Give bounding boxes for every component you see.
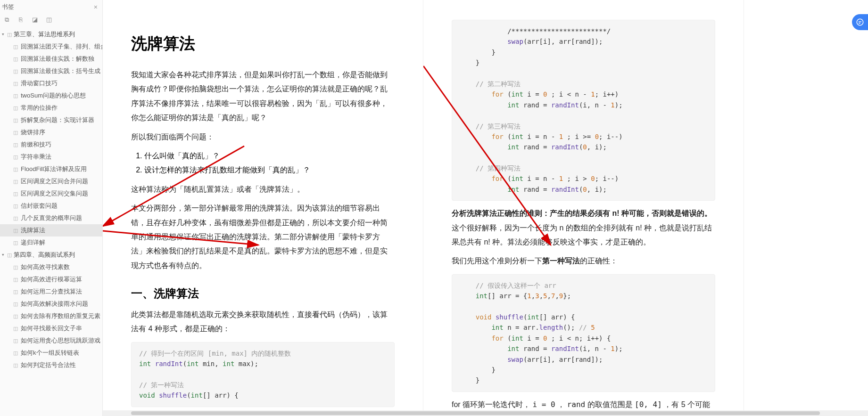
toc-item[interactable]: ◫字符串乘法 xyxy=(0,151,102,163)
toc-item[interactable]: ◫如何判定括号合法性 xyxy=(0,359,102,371)
code-block: // 得到一个在闭区间 [min, max] 内的随机整数 int randIn… xyxy=(131,342,395,407)
toc-item[interactable]: ◫常用的位操作 xyxy=(0,102,102,114)
paragraph: 本文分两部分，第一部分详解最常用的洗牌算法。因为该算法的细节容易出错，且存在好几… xyxy=(131,201,395,273)
toc-item[interactable]: ◫如何去除有序数组的重复元素 xyxy=(0,310,102,322)
toc-item[interactable]: ◫滑动窗口技巧 xyxy=(0,77,102,90)
toc-item[interactable]: ◫如何运用贪心思想玩跳跃游戏 xyxy=(0,334,102,347)
page-left: 洗牌算法 我知道大家会各种花式排序算法，但是如果叫你打乱一个数组，你是否能做到胸… xyxy=(103,0,423,416)
toc-section-header[interactable]: ◫第三章、算法思维系列 xyxy=(0,28,102,41)
toc-item[interactable]: ◫如何高效解决接雨水问题 xyxy=(0,298,102,310)
toc-item[interactable]: ◫回溯算法最佳实践：解数独 xyxy=(0,53,102,65)
toc-item[interactable]: ◫回溯算法最佳实践：括号生成 xyxy=(0,65,102,77)
code-block: // 假设传入这样一个 arr int[] arr = {1,3,5,7,9};… xyxy=(452,274,715,392)
toc-item[interactable]: ◫FloodFill算法详解及应用 xyxy=(0,163,102,175)
assistant-float-button[interactable] xyxy=(852,14,868,30)
paragraph: 我们先用这个准则分析一下第一种写法的正确性： xyxy=(452,254,715,268)
toc-item[interactable]: ◫如何运用二分查找算法 xyxy=(0,285,102,298)
toc-item[interactable]: ◫如何高效寻找素数 xyxy=(0,261,102,273)
toc-item[interactable]: ◫递归详解 xyxy=(0,237,102,249)
toc-item[interactable]: ◫洗牌算法 xyxy=(0,224,102,237)
table-of-contents: ◫第三章、算法思维系列◫回溯算法团灭子集、排列、组合问题◫回溯算法最佳实践：解数… xyxy=(0,28,102,416)
list-item: 什么叫做「真的乱」？ xyxy=(144,149,395,163)
toc-item[interactable]: ◫拆解复杂问题：实现计算器 xyxy=(0,114,102,126)
toc-item[interactable]: ◫前缀和技巧 xyxy=(0,139,102,151)
sidebar-toolbar: ⧉ ⎘ ◪ ◫ xyxy=(0,12,102,28)
ordered-list: 什么叫做「真的乱」？ 设计怎样的算法来打乱数组才能做到「真的乱」？ xyxy=(144,149,395,178)
paragraph: 分析洗牌算法正确性的准则：产生的结果必须有 n! 种可能，否则就是错误的。这个很… xyxy=(452,206,715,249)
toc-item[interactable]: ◫区间调度之区间交集问题 xyxy=(0,188,102,200)
article-title: 洗牌算法 xyxy=(131,33,395,55)
page-right: /************************/ swap(arr[i], … xyxy=(423,0,744,416)
toc-item[interactable]: ◫如何寻找最长回文子串 xyxy=(0,322,102,334)
tool-icon-1[interactable]: ⧉ xyxy=(3,16,10,24)
sidebar-title: 书签 xyxy=(2,3,14,11)
toc-item[interactable]: ◫区间调度之区间合并问题 xyxy=(0,175,102,188)
code-block: /************************/ swap(arr[i], … xyxy=(452,20,715,201)
toc-item[interactable]: ◫回溯算法团灭子集、排列、组合问题 xyxy=(0,41,102,53)
sidebar: 书签 × ⧉ ⎘ ◪ ◫ ◫第三章、算法思维系列◫回溯算法团灭子集、排列、组合问… xyxy=(0,0,103,416)
bookmark-filled-icon[interactable]: ◪ xyxy=(31,16,39,24)
sidebar-header: 书签 × xyxy=(0,0,102,12)
scrollbar-thumb[interactable] xyxy=(131,411,820,415)
toc-item[interactable]: ◫几个反直觉的概率问题 xyxy=(0,212,102,224)
toc-item[interactable]: ◫如何高效进行模幂运算 xyxy=(0,273,102,285)
toc-item[interactable]: ◫如何k个一组反转链表 xyxy=(0,347,102,359)
toc-item[interactable]: ◫烧饼排序 xyxy=(0,126,102,139)
toc-item[interactable]: ◫信封嵌套问题 xyxy=(0,200,102,212)
paragraph: 这种算法称为「随机乱置算法」或者「洗牌算法」。 xyxy=(131,182,395,196)
bookmark-icon[interactable]: ◫ xyxy=(45,16,53,24)
paragraph: 所以我们面临两个问题： xyxy=(131,130,395,144)
pages-viewport[interactable]: 洗牌算法 我知道大家会各种花式排序算法，但是如果叫你打乱一个数组，你是否能做到胸… xyxy=(103,0,868,416)
toc-section-header[interactable]: ◫第四章、高频面试系列 xyxy=(0,249,102,261)
close-icon[interactable]: × xyxy=(94,3,98,11)
paragraph: 我知道大家会各种花式排序算法，但是如果叫你打乱一个数组，你是否能做到胸有成竹？即… xyxy=(131,68,395,125)
paragraph: 此类算法都是靠随机选取元素交换来获取随机性，直接看代码（伪码），该算法有 4 种… xyxy=(131,308,395,336)
list-item: 设计怎样的算法来打乱数组才能做到「真的乱」？ xyxy=(144,163,395,177)
toc-item[interactable]: ◫twoSum问题的核心思想 xyxy=(0,90,102,102)
horizontal-scrollbar[interactable] xyxy=(103,410,868,416)
content-area: 洗牌算法 我知道大家会各种花式排序算法，但是如果叫你打乱一个数组，你是否能做到胸… xyxy=(103,0,868,416)
tool-icon-2[interactable]: ⎘ xyxy=(17,16,25,24)
section-heading: 一、洗牌算法 xyxy=(131,286,395,301)
